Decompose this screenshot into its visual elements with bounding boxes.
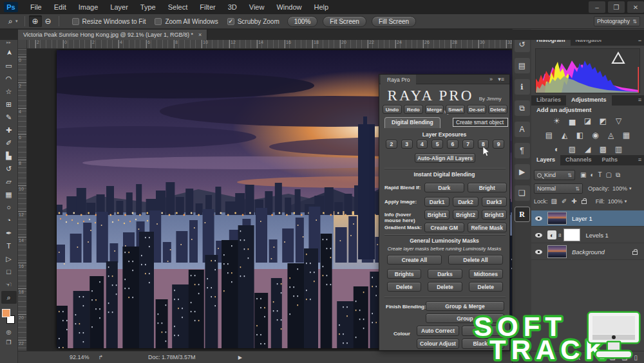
auto-align-all-layers-button[interactable]: Auto-Align All Layers [415, 153, 475, 163]
blend-bright3[interactable]: Bright3 [482, 210, 507, 219]
exposure-5[interactable]: 5 [431, 140, 443, 149]
invert-icon[interactable]: ◐ [552, 145, 562, 154]
filter-type-layers-icon[interactable]: T [598, 171, 602, 179]
exposure-9[interactable]: 9 [493, 140, 504, 149]
type-tool-icon[interactable]: T [1, 239, 17, 252]
lock-position-icon[interactable]: ✚ [571, 198, 576, 205]
tab-digital-blending[interactable]: Digital Blending [384, 117, 440, 128]
glm-create-all[interactable]: Create All [387, 255, 442, 265]
close-button[interactable]: ✕ [627, 1, 644, 13]
shape-tool-icon[interactable]: □ [1, 265, 17, 278]
filter-shape-layers-icon[interactable]: ▢ [606, 171, 612, 179]
eraser-tool-icon[interactable]: ▱ [1, 175, 17, 188]
blend-mode-select[interactable]: Normal ⇅ [534, 183, 583, 194]
crop-tool-icon[interactable]: ⊞ [1, 98, 17, 111]
levels-adjustment-icon[interactable]: ◐ [547, 230, 556, 239]
restore-button[interactable]: ❐ [608, 1, 625, 13]
checkbox-scrubby-zoom[interactable]: Scrubby Zoom [227, 18, 279, 25]
glm-delete[interactable]: Delete [387, 282, 421, 292]
selective-color-icon[interactable]: ▥ [614, 145, 623, 154]
raya-undo[interactable]: Undo [383, 105, 402, 114]
screen-mode-icon[interactable]: ❐ [1, 337, 17, 348]
layer-filter-select[interactable]: Kind ⇅ [534, 170, 575, 180]
blend-bright[interactable]: Bright [468, 183, 507, 192]
channel-mixer-icon[interactable]: ◬ [606, 131, 616, 140]
blend-create-gm[interactable]: Create GM [424, 223, 464, 232]
blend-bright2[interactable]: Bright2 [453, 210, 478, 219]
checkbox-zoom-all-windows[interactable]: Zoom All Windows [155, 18, 218, 25]
blend-dark1[interactable]: Dark1 [424, 197, 450, 207]
layer-thumbnail[interactable] [547, 245, 567, 258]
tab-channels[interactable]: Channels [560, 155, 597, 165]
exposure-7[interactable]: 7 [462, 140, 474, 149]
glm-darks[interactable]: Darks [428, 269, 462, 279]
layer-mask-thumbnail[interactable] [564, 228, 580, 241]
blend-dark3[interactable]: Dark3 [482, 197, 507, 207]
dropdown-caret-icon[interactable]: ▾ [629, 186, 632, 191]
checkbox-box[interactable] [72, 18, 79, 25]
zoom-in-button[interactable]: ⊕ [29, 15, 42, 27]
share-icon[interactable]: ↱ [99, 354, 104, 360]
menu-view[interactable]: View [243, 2, 270, 12]
menu-select[interactable]: Select [162, 2, 194, 12]
black-white-icon[interactable]: ◧ [575, 131, 585, 140]
history-brush-tool-icon[interactable]: ↺ [1, 162, 17, 175]
raya-delete[interactable]: Delete [488, 105, 507, 114]
options-fill-screen[interactable]: Fill Screen [372, 16, 416, 27]
menu-type[interactable]: Type [135, 2, 162, 12]
layer-thumbnail[interactable] [547, 212, 567, 225]
move-tool-icon[interactable]: ➤ [3, 45, 15, 60]
vibrance-icon[interactable]: ▽ [614, 116, 623, 126]
healing-brush-tool-icon[interactable]: ✚ [1, 124, 17, 136]
options-fit-screen[interactable]: Fit Screen [323, 16, 366, 27]
character-panel-icon[interactable]: A [515, 122, 530, 137]
exposure-3[interactable]: 3 [401, 140, 413, 149]
dropdown-caret-icon[interactable]: ▾ [625, 199, 627, 204]
eyedropper-tool-icon[interactable]: ✎ [1, 111, 17, 124]
raya-de-sel[interactable]: De-sel [467, 105, 486, 114]
tab-adjustments[interactable]: Adjustments [566, 95, 612, 106]
visibility-eye-icon[interactable] [535, 233, 542, 237]
visibility-eye-icon[interactable] [535, 216, 542, 221]
visibility-eye-icon[interactable] [535, 250, 542, 254]
zoom-level[interactable]: 92.14% [70, 354, 90, 360]
curves-icon[interactable]: ◪ [583, 116, 592, 126]
exposure-4[interactable]: 4 [417, 140, 428, 149]
zoom-out-button[interactable]: ⊖ [42, 15, 55, 27]
tab-libraries[interactable]: Libraries [531, 95, 566, 106]
libraries-panel-icon[interactable]: ❏ [515, 185, 530, 201]
clone-source-panel-icon[interactable]: ⧉ [515, 100, 530, 116]
properties-panel-icon[interactable]: ▤ [515, 58, 530, 73]
raya-pro-panel-tab[interactable]: Raya Pro [381, 75, 416, 84]
magic-wand-tool-icon[interactable]: ☆ [1, 85, 17, 98]
layer-row-background[interactable]: Background [531, 244, 644, 260]
glm-midtones[interactable]: Midtones [469, 269, 503, 279]
status-menu-arrow-icon[interactable]: ▶ [238, 355, 242, 360]
layer-row-layer-1[interactable]: Layer 1 [531, 210, 644, 227]
panel-menu-icon[interactable]: ▾≡ [498, 76, 504, 82]
filter-pixel-layers-icon[interactable]: ▣ [580, 171, 586, 179]
blend-dark[interactable]: Dark [424, 183, 464, 192]
info-panel-icon[interactable]: ℹ [515, 79, 530, 95]
raya-redo[interactable]: Redo [404, 105, 423, 114]
dodge-tool-icon[interactable]: ◔ [1, 214, 17, 227]
lock-transparency-icon[interactable]: ▨ [551, 198, 557, 205]
marquee-tool-icon[interactable]: ▭ [1, 59, 17, 72]
brush-tool-icon[interactable]: ✐ [1, 136, 17, 149]
panel-menu-icon[interactable]: ≡ [636, 155, 644, 165]
lock-pixels-icon[interactable]: ✐ [562, 198, 567, 205]
checkbox-box[interactable] [227, 18, 234, 25]
glm-delete[interactable]: Delete [469, 282, 503, 292]
pen-tool-icon[interactable]: ✒ [1, 227, 17, 239]
menu-help[interactable]: Help [308, 2, 335, 12]
exposure-6[interactable]: 6 [447, 140, 459, 149]
document-tab[interactable]: Victoria Peak Sunrise Hong Kong.jpg @ 92… [18, 30, 207, 40]
gradient-tool-icon[interactable]: ▦ [1, 188, 17, 201]
filter-smart-objects-icon[interactable]: ⧉ [616, 171, 620, 179]
clone-stamp-tool-icon[interactable]: ▙ [1, 149, 17, 162]
minimize-button[interactable]: – [589, 1, 605, 13]
collapse-panel-icon[interactable]: » [489, 76, 493, 82]
menu-filter[interactable]: Filter [194, 2, 221, 12]
blend-bright1[interactable]: Bright1 [424, 210, 450, 219]
raya-merge[interactable]: Merge [425, 105, 444, 114]
